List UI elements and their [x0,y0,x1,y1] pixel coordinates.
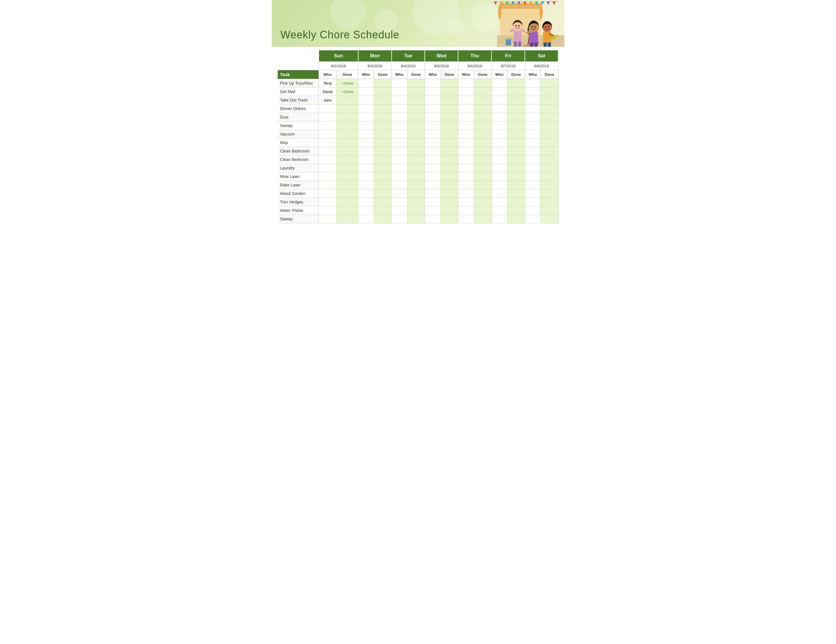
done-cell[interactable] [374,79,391,88]
who-cell[interactable] [425,130,441,139]
who-cell[interactable] [525,113,540,121]
who-cell[interactable] [392,105,407,113]
done-cell[interactable] [474,164,491,172]
done-cell[interactable] [374,155,391,164]
done-cell[interactable] [336,164,358,172]
who-cell[interactable] [358,96,374,105]
done-cell[interactable] [374,96,391,105]
who-cell[interactable] [319,190,336,198]
who-cell[interactable] [358,113,374,121]
done-cell[interactable] [474,121,491,130]
who-cell[interactable] [392,147,407,155]
done-cell[interactable] [507,96,525,105]
who-cell[interactable] [425,215,441,223]
who-cell[interactable] [425,79,441,88]
who-cell[interactable] [491,172,507,181]
done-cell[interactable] [374,121,391,130]
who-cell[interactable] [319,139,336,147]
who-cell[interactable] [425,172,441,181]
who-cell[interactable] [491,121,507,130]
who-cell[interactable] [491,88,507,96]
who-cell[interactable] [458,172,474,181]
who-cell[interactable] [458,121,474,130]
done-cell[interactable] [540,130,558,139]
who-cell[interactable] [525,206,540,215]
done-cell[interactable] [507,172,525,181]
who-cell[interactable] [491,164,507,172]
who-cell[interactable] [392,198,407,206]
who-cell[interactable] [319,130,336,139]
done-cell[interactable] [540,190,558,198]
who-cell[interactable] [319,105,336,113]
done-cell[interactable] [407,121,425,130]
who-cell[interactable] [525,79,540,88]
done-cell[interactable] [336,113,358,121]
who-cell[interactable] [491,96,507,105]
who-cell[interactable] [392,206,407,215]
done-cell[interactable] [374,172,391,181]
who-cell[interactable] [358,215,374,223]
who-cell[interactable] [425,105,441,113]
who-cell[interactable] [425,164,441,172]
who-cell[interactable] [319,206,336,215]
who-cell[interactable] [392,79,407,88]
who-cell[interactable] [425,181,441,190]
done-cell[interactable] [507,88,525,96]
who-cell[interactable] [392,215,407,223]
done-cell[interactable] [474,88,491,96]
done-cell[interactable] [474,130,491,139]
done-cell[interactable] [336,130,358,139]
who-cell[interactable] [458,113,474,121]
done-cell[interactable] [407,105,425,113]
who-cell[interactable] [458,181,474,190]
who-cell[interactable] [358,181,374,190]
done-cell[interactable] [474,79,491,88]
done-cell[interactable] [507,147,525,155]
done-cell[interactable] [374,139,391,147]
done-cell[interactable] [407,190,425,198]
done-cell[interactable] [540,172,558,181]
done-cell[interactable] [374,215,391,223]
done-cell[interactable] [374,113,391,121]
who-cell[interactable] [458,198,474,206]
who-cell[interactable] [491,155,507,164]
done-cell[interactable] [540,206,558,215]
done-cell[interactable] [336,139,358,147]
who-cell[interactable] [392,130,407,139]
done-cell[interactable] [474,155,491,164]
who-cell[interactable] [319,147,336,155]
who-cell[interactable] [358,79,374,88]
who-cell[interactable] [525,130,540,139]
who-cell[interactable] [525,181,540,190]
done-cell[interactable] [474,113,491,121]
done-cell[interactable] [507,190,525,198]
who-cell[interactable] [392,139,407,147]
done-cell[interactable] [374,198,391,206]
who-cell[interactable] [358,206,374,215]
done-cell[interactable] [336,96,358,105]
who-cell[interactable] [425,88,441,96]
done-cell[interactable] [474,215,491,223]
done-cell[interactable] [540,164,558,172]
done-cell[interactable] [474,181,491,190]
who-cell[interactable] [525,172,540,181]
done-cell[interactable] [336,190,358,198]
who-cell[interactable] [525,190,540,198]
who-cell[interactable] [458,155,474,164]
done-cell[interactable] [374,130,391,139]
done-cell[interactable] [507,181,525,190]
done-cell[interactable] [407,139,425,147]
done-cell[interactable] [507,139,525,147]
who-cell[interactable] [425,96,441,105]
done-cell[interactable] [441,190,458,198]
who-cell[interactable] [319,215,336,223]
who-cell[interactable] [491,147,507,155]
done-cell[interactable] [441,105,458,113]
who-cell[interactable] [425,206,441,215]
done-cell[interactable] [407,164,425,172]
done-cell[interactable] [540,121,558,130]
who-cell[interactable] [491,79,507,88]
who-cell[interactable] [392,181,407,190]
who-cell[interactable] [425,113,441,121]
done-cell[interactable] [407,172,425,181]
